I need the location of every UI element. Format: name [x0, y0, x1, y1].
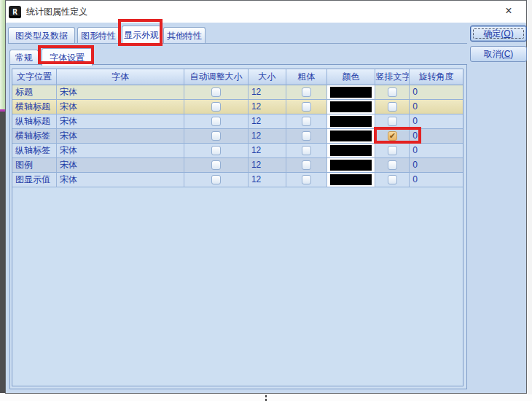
row-label-text-position: 图显示值 — [12, 173, 57, 187]
bold-cell — [286, 158, 327, 173]
close-icon[interactable]: × — [501, 4, 516, 18]
cancel-button-label-close: ) — [510, 49, 513, 59]
auto-size-checkbox[interactable] — [211, 146, 221, 155]
color-cell[interactable] — [327, 114, 376, 129]
bold-cell — [286, 173, 327, 187]
bold-checkbox[interactable] — [302, 102, 311, 112]
window-title: 统计图属性定义 — [26, 6, 87, 18]
font-size-cell[interactable]: 12 — [249, 173, 286, 187]
font-size-cell[interactable]: 12 — [249, 158, 286, 173]
font-size-cell[interactable]: 12 — [249, 100, 286, 114]
desktop-edge-green — [0, 0, 5, 109]
tab-other-properties[interactable]: 其他特性 — [163, 27, 206, 43]
vertical-text-cell — [375, 100, 410, 114]
bold-checkbox[interactable] — [302, 87, 311, 97]
bold-checkbox[interactable] — [302, 117, 311, 126]
font-size-cell[interactable]: 12 — [249, 129, 286, 144]
color-swatch[interactable] — [330, 101, 372, 112]
bold-checkbox[interactable] — [302, 175, 311, 184]
auto-size-checkbox[interactable] — [211, 102, 221, 112]
font-settings-panel: 文字位置 字体 自动调整大小 大小 粗体 颜色 竖排文字 旋转角度 标题 宋体 … — [9, 64, 467, 389]
column-header-size: 大小 — [249, 69, 286, 85]
vertical-text-checkbox[interactable] — [388, 160, 397, 170]
auto-size-checkbox[interactable] — [211, 160, 221, 170]
cancel-button-label: 取消( — [484, 48, 504, 61]
bold-cell — [286, 100, 327, 114]
font-size-cell[interactable]: 12 — [249, 114, 286, 129]
color-swatch[interactable] — [330, 116, 372, 127]
column-header-color: 颜色 — [327, 69, 376, 85]
vertical-text-checkbox[interactable] — [388, 175, 397, 184]
bold-checkbox[interactable] — [302, 146, 311, 155]
vertical-text-cell — [375, 85, 410, 100]
row-label-text-position: 标题 — [12, 85, 57, 100]
table-row: 横轴标题 宋体 12 0 — [12, 100, 463, 114]
color-swatch[interactable] — [330, 131, 372, 141]
font-name-cell[interactable]: 宋体 — [57, 100, 184, 114]
color-cell[interactable] — [327, 173, 376, 187]
font-name-cell[interactable]: 宋体 — [57, 85, 184, 100]
auto-size-checkbox[interactable] — [211, 175, 221, 184]
column-header-bold: 粗体 — [286, 69, 327, 85]
color-cell[interactable] — [327, 85, 376, 100]
color-swatch[interactable] — [330, 87, 372, 98]
font-size-cell[interactable]: 12 — [249, 144, 286, 158]
bold-checkbox[interactable] — [302, 131, 311, 141]
vertical-text-checkbox[interactable] — [388, 146, 397, 155]
vertical-text-cell — [375, 158, 410, 173]
app-icon: R — [9, 6, 21, 18]
column-header-text-position: 文字位置 — [12, 69, 57, 85]
auto-size-cell — [184, 173, 249, 187]
focus-ring — [473, 28, 524, 39]
column-header-vertical-text: 竖排文字 — [375, 69, 410, 85]
color-swatch[interactable] — [330, 160, 372, 171]
tab-chart-type-data[interactable]: 图类型及数据 — [8, 27, 75, 43]
color-cell[interactable] — [327, 129, 376, 144]
vertical-text-checkbox[interactable] — [388, 102, 397, 112]
bold-cell — [286, 114, 327, 129]
vertical-text-checkbox[interactable] — [388, 117, 397, 126]
auto-size-checkbox[interactable] — [211, 87, 221, 97]
cancel-button[interactable]: 取消(C) — [470, 46, 527, 62]
rotation-angle-cell[interactable]: 0 — [410, 85, 463, 100]
font-name-cell[interactable]: 宋体 — [57, 173, 184, 187]
auto-size-cell — [184, 100, 249, 114]
font-name-cell[interactable]: 宋体 — [57, 144, 184, 158]
row-label-text-position: 纵轴标题 — [12, 114, 57, 129]
grid-header-row: 文字位置 字体 自动调整大小 大小 粗体 颜色 竖排文字 旋转角度 — [12, 69, 463, 85]
color-swatch[interactable] — [330, 145, 372, 156]
font-name-cell[interactable]: 宋体 — [57, 114, 184, 129]
color-swatch[interactable] — [330, 174, 372, 185]
rotation-angle-cell[interactable]: 0 — [410, 100, 463, 114]
table-row: 标题 宋体 12 0 — [12, 85, 463, 100]
column-header-font: 字体 — [57, 69, 184, 85]
font-name-cell[interactable]: 宋体 — [57, 129, 184, 144]
rotation-angle-cell[interactable]: 0 — [410, 173, 463, 187]
color-cell[interactable] — [327, 158, 376, 173]
table-row: 纵轴标签 宋体 12 0 — [12, 144, 463, 158]
bold-cell — [286, 129, 327, 144]
font-name-cell[interactable]: 宋体 — [57, 158, 184, 173]
tab-graph-properties[interactable]: 图形特性 — [77, 27, 120, 43]
color-cell[interactable] — [327, 100, 376, 114]
rotation-angle-cell[interactable]: 0 — [410, 158, 463, 173]
column-header-rotation-angle: 旋转角度 — [410, 69, 463, 85]
table-row: 图例 宋体 12 0 — [12, 158, 463, 173]
annotation-box-display-appearance-tab — [118, 19, 163, 46]
subtab-general[interactable]: 常规 — [9, 50, 39, 65]
bold-checkbox[interactable] — [302, 160, 311, 170]
row-label-text-position: 图例 — [12, 158, 57, 173]
rotation-angle-cell[interactable]: 0 — [410, 144, 463, 158]
annotation-box-vertical-text-checkbox — [374, 127, 421, 144]
column-header-auto-size: 自动调整大小 — [184, 69, 249, 85]
font-settings-grid: 文字位置 字体 自动调整大小 大小 粗体 颜色 竖排文字 旋转角度 标题 宋体 … — [12, 69, 463, 386]
vertical-text-checkbox[interactable] — [388, 87, 397, 97]
row-label-text-position: 纵轴标签 — [12, 144, 57, 158]
color-cell[interactable] — [327, 144, 376, 158]
auto-size-checkbox[interactable] — [211, 117, 221, 126]
auto-size-checkbox[interactable] — [211, 131, 221, 141]
background-strip-right — [528, 0, 532, 394]
auto-size-cell — [184, 114, 249, 129]
ok-button[interactable]: 确定(O) — [470, 26, 527, 42]
font-size-cell[interactable]: 12 — [249, 85, 286, 100]
